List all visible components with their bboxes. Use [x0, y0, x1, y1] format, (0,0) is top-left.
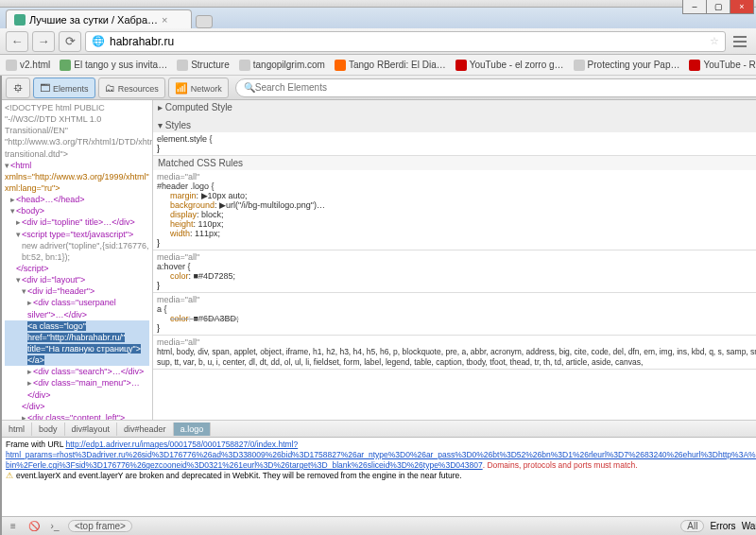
crumb[interactable]: div#header [117, 423, 174, 436]
panel-elements[interactable]: 🗔 Elements [33, 78, 95, 98]
favicon-icon [14, 14, 26, 26]
crumb[interactable]: html [2, 423, 32, 436]
styles-pane: ▸ Computed Style Show inherited ▾ Styles… [153, 100, 756, 420]
elements-icon: 🗔 [40, 82, 50, 94]
dom-node[interactable]: ▾<div id="header"> [5, 285, 149, 297]
tab-close-icon[interactable]: × [162, 14, 167, 26]
panel-network[interactable]: 📶 Network [168, 78, 229, 98]
network-icon: 📶 [175, 82, 188, 94]
dom-node[interactable]: ▾<body> [5, 205, 149, 216]
window-titlebar: – ▢ × [0, 0, 756, 8]
style-rule[interactable]: http://habrahabr.ru/all.css:192 media="a… [153, 170, 756, 250]
globe-icon: 🌐 [92, 35, 105, 47]
bookmark-item[interactable]: YouTube - el zorro g… [455, 60, 564, 71]
window-minimize[interactable]: – [682, 0, 707, 14]
crumb[interactable]: div#layout [65, 423, 118, 436]
bookmark-item[interactable]: Structure [177, 60, 230, 71]
console-message: Frame with URL http://edp1.adriver.ru/im… [6, 440, 756, 471]
devtools-search[interactable]: 🔍 [235, 78, 756, 97]
browser-tabbar: Лучшие за сутки / Хабра… × [0, 8, 756, 28]
bookmark-item[interactable]: tangopilgrim.com [239, 60, 325, 71]
style-rule[interactable]: element.style { } [153, 132, 756, 156]
dom-node[interactable]: ▾<script type="text/javascript"> [5, 229, 149, 240]
bookmarks-bar: v2.html El tango y sus invita… Structure… [0, 55, 756, 76]
filter-all[interactable]: All [680, 520, 704, 532]
frame-selector[interactable]: <top frame> [68, 520, 132, 532]
page-icon [574, 60, 585, 71]
resources-icon: 🗂 [105, 82, 115, 94]
page-icon [6, 60, 17, 71]
console[interactable]: Frame with URL http://edp1.adriver.ru/im… [2, 437, 756, 516]
style-rule[interactable]: http://habrahabr.ru/all.css:78 media="al… [153, 293, 756, 336]
youtube-icon [689, 60, 700, 71]
window-maximize[interactable]: ▢ [706, 0, 730, 14]
clear-console-icon[interactable]: 🚫 [26, 521, 42, 531]
dom-node-selected[interactable]: <a class="logo" href="http://habrahabr.r… [5, 320, 149, 367]
devtools-toolbar: ⯐ 🗔 Elements 🗂 Resources 📶 Network 🔍 × [2, 76, 756, 100]
browser-tab[interactable]: Лучшие за сутки / Хабра… × [6, 9, 192, 28]
dom-breadcrumbs: html body div#layout div#header a.logo [2, 420, 756, 437]
nav-back[interactable]: ← [6, 31, 28, 52]
nav-reload[interactable]: ⟳ [59, 31, 81, 52]
page-icon [60, 60, 71, 71]
matched-rules-header: Matched CSS Rules [153, 156, 756, 170]
bookmark-star-icon[interactable]: ☆ [710, 35, 719, 47]
blogger-icon [335, 60, 346, 71]
dom-node[interactable]: ▸<div class="main_menu">…</div> [5, 377, 149, 400]
bookmark-item[interactable]: v2.html [6, 60, 50, 71]
window-close[interactable]: × [730, 0, 754, 14]
dom-node: </div> [5, 401, 149, 412]
computed-style-header[interactable]: ▸ Computed Style Show inherited [153, 100, 756, 118]
dom-node[interactable]: ▾<html xmlns="http://www.w3.org/1999/xht… [5, 160, 149, 194]
devtools-statusbar: ≡ 🚫 ›_ <top frame> All Errors Warnings L… [2, 516, 756, 535]
omnibox[interactable]: 🌐 ☆ [85, 31, 726, 52]
tab-title: Лучшие за сутки / Хабра… [29, 14, 158, 26]
dom-node[interactable]: ▸<div class="userpanel silver">…</div> [5, 297, 149, 319]
bookmark-item[interactable]: Tango RBerdi: El Dia… [335, 60, 446, 71]
dom-node: <!DOCTYPE html PUBLIC "-//W3C//DTD XHTML… [5, 102, 149, 160]
console-prompt-icon[interactable]: ›_ [47, 521, 62, 531]
devtools: ⯐ 🗔 Elements 🗂 Resources 📶 Network 🔍 × <… [2, 76, 756, 535]
style-rule[interactable]: all.css:16 media="all" html, body, div, … [153, 336, 756, 370]
dom-node[interactable]: ▸<div class="content_left">…</div> [5, 412, 149, 420]
url-input[interactable] [110, 35, 705, 48]
dom-node[interactable]: ▾<div id="layout"> [5, 274, 149, 285]
dom-node: new adriver("topline",{sid:176776, bt:52… [5, 240, 149, 263]
bookmark-item[interactable]: El tango y sus invita… [60, 60, 167, 71]
console-toggle-icon[interactable]: ≡ [6, 521, 21, 531]
dom-node[interactable]: ▸<head>…</head> [5, 194, 149, 205]
panel-resources[interactable]: 🗂 Resources [98, 78, 165, 98]
page-icon [239, 60, 250, 71]
dom-node[interactable]: ▸<div class="search">…</div> [5, 366, 149, 377]
bookmark-item[interactable]: YouTube - Roberto … [689, 60, 756, 71]
filter-warnings[interactable]: Warnings [742, 521, 756, 531]
styles-header[interactable]: ▾ Styles ⊞ ☼ ⚙ [153, 118, 756, 132]
dom-node: </script> [5, 263, 149, 274]
address-bar: ← → ⟳ 🌐 ☆ [0, 28, 756, 55]
search-icon: 🔍 [244, 82, 255, 93]
page-icon [177, 60, 188, 71]
crumb-active[interactable]: a.logo [174, 423, 212, 436]
nav-forward[interactable]: → [32, 31, 55, 52]
dom-node[interactable]: ▸<div id="topline" title>…</div> [5, 216, 149, 228]
new-tab-button[interactable] [196, 15, 213, 28]
browser-menu-icon[interactable] [730, 31, 750, 52]
dom-tree[interactable]: <!DOCTYPE html PUBLIC "-//W3C//DTD XHTML… [2, 100, 153, 420]
filter-errors[interactable]: Errors [710, 521, 735, 531]
console-warning: ⚠event.layerX and event.layerY are broke… [6, 471, 756, 481]
bookmark-item[interactable]: Protecting your Pap… [574, 60, 680, 71]
inspect-button[interactable]: ⯐ [6, 78, 30, 98]
youtube-icon [455, 60, 467, 71]
crumb[interactable]: body [32, 423, 65, 436]
devtools-search-input[interactable] [255, 82, 756, 93]
style-rule[interactable]: http://habrahabr.ru/all.css:79 media="al… [153, 250, 756, 293]
warning-icon: ⚠ [6, 471, 13, 480]
